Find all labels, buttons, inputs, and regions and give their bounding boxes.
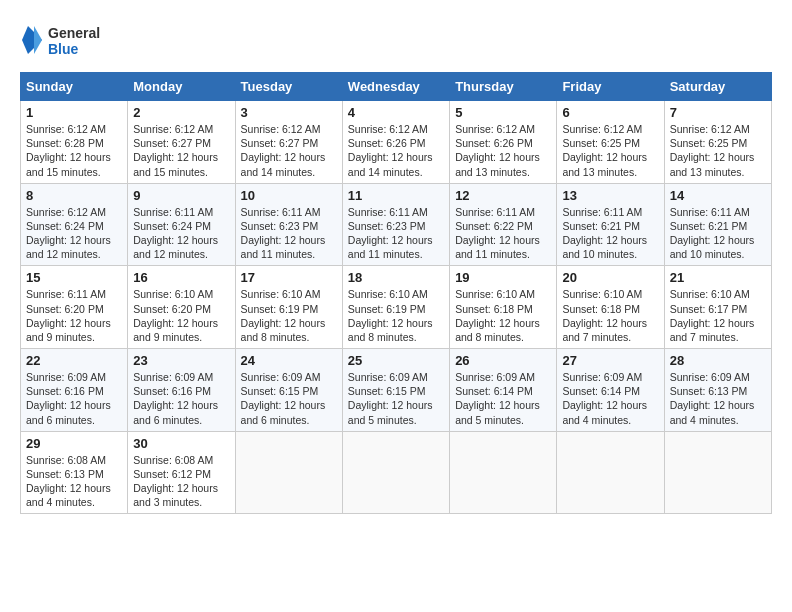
calendar-cell: 23Sunrise: 6:09 AMSunset: 6:16 PMDayligh… — [128, 349, 235, 432]
day-info: Sunrise: 6:11 AMSunset: 6:20 PMDaylight:… — [26, 287, 122, 344]
day-number: 21 — [670, 270, 766, 285]
calendar-cell: 11Sunrise: 6:11 AMSunset: 6:23 PMDayligh… — [342, 183, 449, 266]
calendar-cell: 7Sunrise: 6:12 AMSunset: 6:25 PMDaylight… — [664, 101, 771, 184]
day-number: 14 — [670, 188, 766, 203]
day-info: Sunrise: 6:10 AMSunset: 6:18 PMDaylight:… — [455, 287, 551, 344]
calendar-cell: 20Sunrise: 6:10 AMSunset: 6:18 PMDayligh… — [557, 266, 664, 349]
day-number: 26 — [455, 353, 551, 368]
calendar-cell: 5Sunrise: 6:12 AMSunset: 6:26 PMDaylight… — [450, 101, 557, 184]
day-number: 12 — [455, 188, 551, 203]
calendar-cell — [342, 431, 449, 514]
day-number: 11 — [348, 188, 444, 203]
calendar-week-row: 22Sunrise: 6:09 AMSunset: 6:16 PMDayligh… — [21, 349, 772, 432]
day-number: 22 — [26, 353, 122, 368]
calendar-table: SundayMondayTuesdayWednesdayThursdayFrid… — [20, 72, 772, 514]
day-info: Sunrise: 6:09 AMSunset: 6:15 PMDaylight:… — [241, 370, 337, 427]
day-info: Sunrise: 6:12 AMSunset: 6:28 PMDaylight:… — [26, 122, 122, 179]
day-info: Sunrise: 6:12 AMSunset: 6:24 PMDaylight:… — [26, 205, 122, 262]
calendar-cell: 12Sunrise: 6:11 AMSunset: 6:22 PMDayligh… — [450, 183, 557, 266]
calendar-cell: 8Sunrise: 6:12 AMSunset: 6:24 PMDaylight… — [21, 183, 128, 266]
calendar-header-row: SundayMondayTuesdayWednesdayThursdayFrid… — [21, 73, 772, 101]
svg-marker-3 — [34, 26, 42, 54]
logo-svg: General Blue — [20, 20, 110, 62]
calendar-cell: 25Sunrise: 6:09 AMSunset: 6:15 PMDayligh… — [342, 349, 449, 432]
calendar-cell: 10Sunrise: 6:11 AMSunset: 6:23 PMDayligh… — [235, 183, 342, 266]
calendar-cell: 4Sunrise: 6:12 AMSunset: 6:26 PMDaylight… — [342, 101, 449, 184]
day-info: Sunrise: 6:11 AMSunset: 6:22 PMDaylight:… — [455, 205, 551, 262]
day-info: Sunrise: 6:09 AMSunset: 6:14 PMDaylight:… — [562, 370, 658, 427]
day-info: Sunrise: 6:12 AMSunset: 6:26 PMDaylight:… — [348, 122, 444, 179]
day-number: 16 — [133, 270, 229, 285]
svg-text:Blue: Blue — [48, 41, 79, 57]
day-number: 8 — [26, 188, 122, 203]
day-info: Sunrise: 6:08 AMSunset: 6:13 PMDaylight:… — [26, 453, 122, 510]
day-number: 4 — [348, 105, 444, 120]
col-header-sunday: Sunday — [21, 73, 128, 101]
day-info: Sunrise: 6:09 AMSunset: 6:16 PMDaylight:… — [133, 370, 229, 427]
day-info: Sunrise: 6:08 AMSunset: 6:12 PMDaylight:… — [133, 453, 229, 510]
calendar-cell — [235, 431, 342, 514]
logo: General Blue — [20, 20, 110, 62]
calendar-cell: 16Sunrise: 6:10 AMSunset: 6:20 PMDayligh… — [128, 266, 235, 349]
day-info: Sunrise: 6:10 AMSunset: 6:19 PMDaylight:… — [348, 287, 444, 344]
calendar-cell: 3Sunrise: 6:12 AMSunset: 6:27 PMDaylight… — [235, 101, 342, 184]
day-info: Sunrise: 6:10 AMSunset: 6:20 PMDaylight:… — [133, 287, 229, 344]
day-number: 28 — [670, 353, 766, 368]
calendar-cell: 9Sunrise: 6:11 AMSunset: 6:24 PMDaylight… — [128, 183, 235, 266]
calendar-week-row: 15Sunrise: 6:11 AMSunset: 6:20 PMDayligh… — [21, 266, 772, 349]
calendar-cell: 24Sunrise: 6:09 AMSunset: 6:15 PMDayligh… — [235, 349, 342, 432]
day-number: 5 — [455, 105, 551, 120]
col-header-tuesday: Tuesday — [235, 73, 342, 101]
day-number: 6 — [562, 105, 658, 120]
calendar-cell — [557, 431, 664, 514]
day-number: 3 — [241, 105, 337, 120]
col-header-friday: Friday — [557, 73, 664, 101]
day-number: 18 — [348, 270, 444, 285]
day-number: 10 — [241, 188, 337, 203]
col-header-thursday: Thursday — [450, 73, 557, 101]
day-number: 25 — [348, 353, 444, 368]
calendar-cell: 30Sunrise: 6:08 AMSunset: 6:12 PMDayligh… — [128, 431, 235, 514]
calendar-cell: 28Sunrise: 6:09 AMSunset: 6:13 PMDayligh… — [664, 349, 771, 432]
day-info: Sunrise: 6:09 AMSunset: 6:15 PMDaylight:… — [348, 370, 444, 427]
calendar-cell: 1Sunrise: 6:12 AMSunset: 6:28 PMDaylight… — [21, 101, 128, 184]
day-info: Sunrise: 6:11 AMSunset: 6:23 PMDaylight:… — [241, 205, 337, 262]
day-info: Sunrise: 6:10 AMSunset: 6:18 PMDaylight:… — [562, 287, 658, 344]
col-header-monday: Monday — [128, 73, 235, 101]
day-number: 27 — [562, 353, 658, 368]
day-number: 23 — [133, 353, 229, 368]
day-info: Sunrise: 6:12 AMSunset: 6:27 PMDaylight:… — [241, 122, 337, 179]
day-info: Sunrise: 6:11 AMSunset: 6:21 PMDaylight:… — [562, 205, 658, 262]
calendar-cell: 2Sunrise: 6:12 AMSunset: 6:27 PMDaylight… — [128, 101, 235, 184]
day-number: 30 — [133, 436, 229, 451]
day-number: 15 — [26, 270, 122, 285]
day-info: Sunrise: 6:12 AMSunset: 6:25 PMDaylight:… — [562, 122, 658, 179]
calendar-cell: 17Sunrise: 6:10 AMSunset: 6:19 PMDayligh… — [235, 266, 342, 349]
day-info: Sunrise: 6:09 AMSunset: 6:14 PMDaylight:… — [455, 370, 551, 427]
calendar-week-row: 8Sunrise: 6:12 AMSunset: 6:24 PMDaylight… — [21, 183, 772, 266]
calendar-cell: 15Sunrise: 6:11 AMSunset: 6:20 PMDayligh… — [21, 266, 128, 349]
day-number: 19 — [455, 270, 551, 285]
calendar-cell: 14Sunrise: 6:11 AMSunset: 6:21 PMDayligh… — [664, 183, 771, 266]
col-header-wednesday: Wednesday — [342, 73, 449, 101]
day-info: Sunrise: 6:09 AMSunset: 6:16 PMDaylight:… — [26, 370, 122, 427]
calendar-cell: 13Sunrise: 6:11 AMSunset: 6:21 PMDayligh… — [557, 183, 664, 266]
day-number: 20 — [562, 270, 658, 285]
col-header-saturday: Saturday — [664, 73, 771, 101]
calendar-cell: 18Sunrise: 6:10 AMSunset: 6:19 PMDayligh… — [342, 266, 449, 349]
calendar-cell: 27Sunrise: 6:09 AMSunset: 6:14 PMDayligh… — [557, 349, 664, 432]
calendar-cell: 29Sunrise: 6:08 AMSunset: 6:13 PMDayligh… — [21, 431, 128, 514]
day-info: Sunrise: 6:11 AMSunset: 6:23 PMDaylight:… — [348, 205, 444, 262]
day-number: 17 — [241, 270, 337, 285]
day-info: Sunrise: 6:12 AMSunset: 6:26 PMDaylight:… — [455, 122, 551, 179]
calendar-cell: 26Sunrise: 6:09 AMSunset: 6:14 PMDayligh… — [450, 349, 557, 432]
calendar-cell — [450, 431, 557, 514]
day-info: Sunrise: 6:11 AMSunset: 6:21 PMDaylight:… — [670, 205, 766, 262]
day-info: Sunrise: 6:09 AMSunset: 6:13 PMDaylight:… — [670, 370, 766, 427]
day-number: 1 — [26, 105, 122, 120]
calendar-cell — [664, 431, 771, 514]
day-number: 2 — [133, 105, 229, 120]
calendar-week-row: 1Sunrise: 6:12 AMSunset: 6:28 PMDaylight… — [21, 101, 772, 184]
day-number: 9 — [133, 188, 229, 203]
day-info: Sunrise: 6:10 AMSunset: 6:17 PMDaylight:… — [670, 287, 766, 344]
